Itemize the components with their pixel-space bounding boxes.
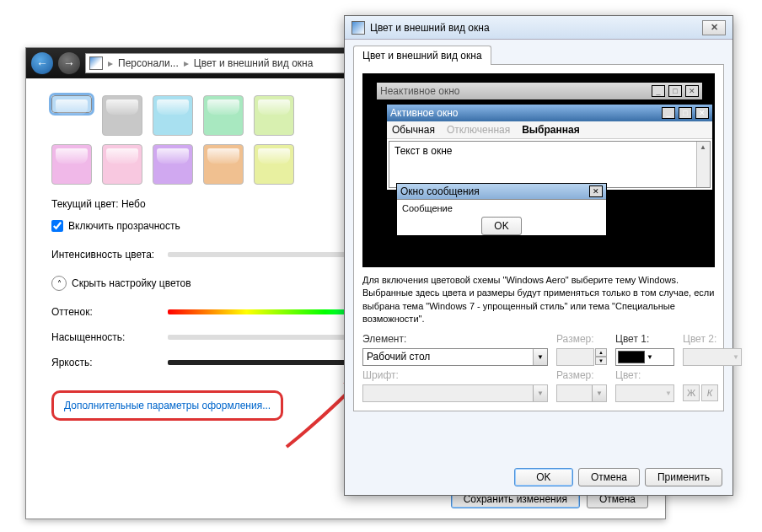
scrollbar	[696, 142, 710, 187]
color-swatch[interactable]	[203, 144, 244, 185]
font-color-label: Цвет:	[615, 369, 674, 381]
element-select[interactable]: Рабочий стол▼	[362, 348, 548, 366]
ok-button[interactable]: OK	[514, 468, 573, 486]
close-icon: ✕	[589, 185, 603, 197]
dialog-titlebar[interactable]: Цвет и внешний вид окна ✕	[345, 16, 732, 40]
minimize-icon: _	[652, 85, 665, 97]
size-label: Размер:	[556, 333, 607, 345]
apply-button[interactable]: Применить	[645, 468, 722, 486]
size-input	[556, 348, 594, 366]
window-icon	[351, 21, 365, 35]
italic-button: К	[701, 384, 718, 401]
font-label: Шрифт:	[362, 369, 548, 381]
color-swatch[interactable]	[203, 95, 244, 136]
color2-picker: ▼	[683, 348, 742, 366]
font-color-picker: ▼	[615, 384, 674, 402]
chevron-down-icon: ▼	[533, 385, 547, 401]
transparency-label: Включить прозрачность	[68, 220, 180, 232]
preview-active-window[interactable]: Активное окно _ □ ✕ Обычная Отключенная …	[386, 104, 713, 191]
cancel-button[interactable]: Отмена	[578, 468, 640, 486]
maximize-icon: □	[679, 107, 692, 119]
color1-picker[interactable]: ▼	[615, 348, 674, 366]
color-swatch[interactable]	[51, 95, 92, 113]
size-spinner: ▲▼	[595, 348, 607, 366]
current-color-label: Текущий цвет:	[51, 198, 119, 210]
preview-textarea: Текст в окне	[389, 141, 711, 188]
color-swatch[interactable]	[102, 144, 142, 185]
font-style-buttons: Ж К	[683, 384, 742, 402]
close-icon: ✕	[695, 107, 709, 119]
preview-area: Неактивное окно _ □ ✕ Активное окно _ □ …	[362, 73, 715, 267]
color-swatch[interactable]	[153, 95, 193, 136]
color-swatch[interactable]	[254, 144, 294, 185]
color-swatch[interactable]	[153, 144, 193, 185]
size2-label: Размер:	[556, 369, 607, 381]
intensity-label: Интенсивность цвета:	[51, 249, 161, 261]
location-icon	[89, 56, 103, 70]
minimize-icon: _	[662, 107, 675, 119]
preview-inactive-window[interactable]: Неактивное окно _ □ ✕	[376, 82, 703, 100]
close-button[interactable]: ✕	[702, 20, 726, 35]
chevron-up-icon: ˄	[51, 276, 67, 291]
element-label: Элемент:	[362, 333, 548, 345]
saturation-label: Насыщенность:	[51, 331, 161, 343]
color-swatch[interactable]	[254, 95, 294, 136]
forward-button[interactable]: →	[58, 52, 80, 74]
color2-label: Цвет 2:	[683, 333, 742, 345]
brightness-label: Яркость:	[51, 357, 161, 368]
transparency-checkbox[interactable]	[51, 220, 63, 232]
tab-appearance[interactable]: Цвет и внешний вид окна	[353, 46, 491, 65]
breadcrumb-item[interactable]: Персонали...	[118, 57, 179, 69]
breadcrumb-item[interactable]: Цвет и внешний вид окна	[194, 57, 314, 69]
font-select: ▼	[362, 384, 548, 402]
preview-message-box[interactable]: Окно сообщения✕ Сообщение OK	[396, 183, 607, 236]
close-icon: ✕	[685, 85, 699, 97]
maximize-icon: □	[668, 85, 682, 97]
font-size-select: ▼	[556, 384, 607, 402]
hue-label: Оттенок:	[51, 306, 161, 318]
color-swatch[interactable]	[102, 95, 142, 136]
current-color-value: Небо	[121, 198, 146, 210]
advanced-appearance-link[interactable]: Дополнительные параметры оформления...	[64, 400, 271, 411]
tab-panel: Неактивное окно _ □ ✕ Активное окно _ □ …	[353, 64, 724, 411]
bold-button: Ж	[683, 384, 700, 401]
chevron-down-icon: ▼	[533, 349, 547, 365]
back-button[interactable]: ←	[31, 52, 53, 74]
advanced-appearance-dialog: Цвет и внешний вид окна ✕ Цвет и внешний…	[344, 15, 733, 496]
chevron-down-icon: ▼	[592, 385, 606, 401]
preview-ok-button: OK	[481, 217, 521, 235]
description-text: Для включения цветовой схемы "Windows Ae…	[362, 274, 715, 326]
color-swatch[interactable]	[51, 144, 92, 185]
advanced-link-highlight: Дополнительные параметры оформления...	[51, 390, 283, 421]
color1-label: Цвет 1:	[615, 333, 674, 345]
dialog-title: Цвет и внешний вид окна	[370, 22, 697, 34]
